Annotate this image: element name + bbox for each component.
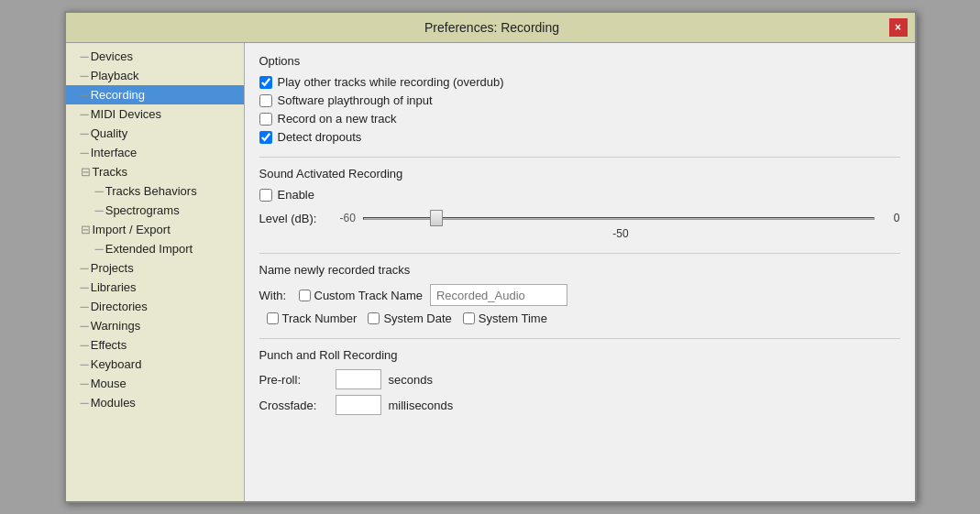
sidebar-item-extended-import[interactable]: ─ Extended Import — [66, 239, 244, 258]
sidebar-item-tracks-behaviors[interactable]: ─ Tracks Behaviors — [66, 181, 244, 201]
tree-prefix: ─ — [81, 126, 89, 140]
sidebar-item-label: Keyboard — [91, 357, 142, 371]
sidebar: ─ Devices─ Playback─ Recording─ MIDI Dev… — [66, 43, 245, 501]
close-button[interactable]: × — [889, 18, 908, 37]
sidebar-item-tracks[interactable]: ⊟ Tracks — [66, 162, 244, 181]
sidebar-item-quality[interactable]: ─ Quality — [66, 124, 244, 143]
tree-prefix: ─ — [81, 146, 89, 159]
option-label-overdub: Play other tracks while recording (overd… — [278, 75, 504, 89]
option-checkbox-software-playthrough[interactable] — [259, 94, 272, 107]
sidebar-item-label: Spectrograms — [105, 203, 180, 217]
option-row-new-track: Record on a new track — [259, 112, 900, 126]
sidebar-item-interface[interactable]: ─ Interface — [66, 143, 244, 162]
sidebar-item-recording[interactable]: ─ Recording — [66, 85, 244, 104]
tree-prefix: ─ — [81, 300, 89, 313]
options-title: Options — [259, 54, 900, 68]
sidebar-item-label: MIDI Devices — [91, 107, 161, 121]
option-label-software-playthrough: Software playthrough of input — [278, 93, 433, 107]
system-time-checkbox[interactable] — [463, 312, 475, 324]
with-label: With: — [259, 289, 292, 302]
system-date-checkbox[interactable] — [368, 312, 380, 324]
option-checkbox-detect-dropouts[interactable] — [259, 131, 272, 144]
level-slider-handle[interactable] — [430, 210, 443, 226]
preroll-input[interactable]: 5 — [336, 369, 381, 389]
sidebar-item-label: Interface — [91, 146, 138, 159]
preferences-window: Preferences: Recording × ─ Devices─ Play… — [64, 11, 917, 503]
sidebar-item-devices[interactable]: ─ Devices — [66, 47, 244, 66]
sidebar-item-label: Recording — [91, 88, 145, 102]
tree-prefix: ─ — [81, 377, 89, 390]
sidebar-item-directories[interactable]: ─ Directories — [66, 297, 244, 316]
sidebar-item-label: Import / Export — [93, 223, 171, 236]
level-label: Level (dB): — [259, 212, 333, 225]
tree-prefix: ─ — [81, 69, 89, 82]
sidebar-item-spectrograms[interactable]: ─ Spectrograms — [66, 201, 244, 220]
tree-prefix: ─ — [81, 88, 89, 102]
level-row: Level (dB): -60 0 — [259, 209, 900, 227]
sidebar-item-playback[interactable]: ─ Playback — [66, 66, 244, 85]
sidebar-item-label: Directories — [91, 300, 148, 313]
with-row: With: Custom Track Name — [259, 284, 900, 306]
crossfade-row: Crossfade: 10 milliseconds — [259, 395, 900, 415]
custom-track-name-group: Custom Track Name — [299, 289, 423, 302]
sound-activated-group: Sound Activated Recording Enable Level (… — [259, 167, 900, 240]
option-label-detect-dropouts: Detect dropouts — [278, 130, 362, 144]
punch-roll-group: Punch and Roll Recording Pre-roll: 5 sec… — [259, 348, 900, 415]
recorded-audio-input[interactable] — [430, 284, 567, 306]
preroll-label: Pre-roll: — [259, 373, 328, 387]
tree-prefix: ─ — [81, 319, 89, 333]
sidebar-item-warnings[interactable]: ─ Warnings — [66, 316, 244, 335]
sidebar-item-label: Tracks — [93, 165, 128, 179]
tree-prefix: ─ — [81, 357, 89, 371]
level-max: 0 — [882, 212, 900, 224]
slider-wrapper — [363, 209, 875, 227]
tree-prefix: ⊟ — [81, 223, 91, 236]
punch-roll-title: Punch and Roll Recording — [259, 348, 900, 362]
tree-prefix: ⊟ — [81, 165, 91, 179]
tree-prefix: ─ — [95, 242, 104, 256]
sidebar-item-label: Playback — [91, 69, 139, 82]
system-time-group: System Time — [463, 312, 547, 325]
option-row-overdub: Play other tracks while recording (overd… — [259, 75, 900, 89]
name-tracks-title: Name newly recorded tracks — [259, 263, 900, 277]
tree-prefix: ─ — [95, 184, 104, 198]
checkboxes-row: Track Number System Date System Time — [259, 312, 900, 325]
sidebar-item-label: Mouse — [91, 377, 127, 390]
enable-label: Enable — [278, 188, 314, 202]
system-time-label: System Time — [479, 312, 547, 325]
crossfade-input[interactable]: 10 — [336, 395, 381, 415]
custom-track-name-label: Custom Track Name — [314, 289, 423, 302]
custom-track-name-checkbox[interactable] — [299, 290, 311, 301]
tree-prefix: ─ — [81, 338, 89, 352]
preroll-unit: seconds — [389, 373, 433, 387]
sidebar-item-modules[interactable]: ─ Modules — [66, 393, 244, 412]
sidebar-item-mouse[interactable]: ─ Mouse — [66, 374, 244, 393]
sidebar-item-libraries[interactable]: ─ Libraries — [66, 278, 244, 297]
level-slider-container — [363, 209, 875, 227]
track-number-group: Track Number — [267, 312, 358, 325]
window-title: Preferences: Recording — [95, 20, 889, 35]
title-bar: Preferences: Recording × — [66, 13, 915, 43]
option-row-detect-dropouts: Detect dropouts — [259, 130, 900, 144]
track-number-checkbox[interactable] — [267, 312, 279, 324]
sidebar-item-label: Modules — [91, 396, 136, 410]
sidebar-item-projects[interactable]: ─ Projects — [66, 258, 244, 278]
option-checkbox-overdub[interactable] — [259, 76, 272, 89]
enable-checkbox[interactable] — [259, 189, 272, 202]
options-group: Options Play other tracks while recordin… — [259, 54, 900, 144]
sidebar-item-label: Warnings — [91, 319, 140, 333]
preroll-row: Pre-roll: 5 seconds — [259, 369, 900, 389]
tree-prefix: ─ — [81, 107, 89, 121]
sound-activated-title: Sound Activated Recording — [259, 167, 900, 180]
option-checkbox-new-track[interactable] — [259, 113, 272, 126]
system-date-label: System Date — [383, 312, 451, 325]
name-tracks-group: Name newly recorded tracks With: Custom … — [259, 263, 900, 325]
tree-prefix: ─ — [81, 49, 89, 63]
option-label-new-track: Record on a new track — [278, 112, 397, 126]
sidebar-item-keyboard[interactable]: ─ Keyboard — [66, 355, 244, 374]
sidebar-item-label: Projects — [91, 261, 134, 275]
sidebar-item-midi-devices[interactable]: ─ MIDI Devices — [66, 104, 244, 124]
sidebar-item-import-export[interactable]: ⊟ Import / Export — [66, 220, 244, 239]
tree-prefix: ─ — [81, 261, 89, 275]
sidebar-item-effects[interactable]: ─ Effects — [66, 335, 244, 355]
